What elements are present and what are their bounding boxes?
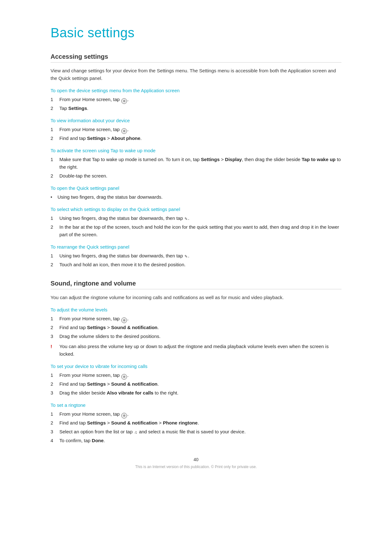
app-icon: ⊕ xyxy=(121,98,127,104)
list-item: 1 Using two fingers, drag the status bar… xyxy=(51,252,341,260)
list-adjust-volume: 1 From your Home screen, tap ⊕. 2 Find a… xyxy=(51,315,341,340)
list-item: 4 To confirm, tap Done. xyxy=(51,437,341,444)
list-item: 1 From your Home screen, tap ⊕. xyxy=(51,96,341,103)
app-icon: ⊕ xyxy=(121,317,127,323)
list-item: 1 From your Home screen, tap ⊕. xyxy=(51,410,341,418)
subheading-rearrange-quick-settings: To rearrange the Quick settings panel xyxy=(51,244,341,250)
list-activate-screen: 1 Make sure that Tap to wake up mode is … xyxy=(51,156,341,180)
list-item: 3 Drag the slider beside Also vibrate fo… xyxy=(51,389,341,397)
app-icon: ⊕ xyxy=(121,128,127,134)
page: Basic settings Accessing settings View a… xyxy=(0,0,392,554)
subheading-activate-screen: To activate the screen using Tap to wake… xyxy=(51,148,341,153)
subheading-open-device-settings: To open the device settings menu from th… xyxy=(51,88,341,93)
list-view-device-info: 1 From your Home screen, tap ⊕. 2 Find a… xyxy=(51,126,341,142)
list-item: 2 In the bar at the top of the screen, t… xyxy=(51,223,341,238)
list-rearrange-quick-settings: 1 Using two fingers, drag the status bar… xyxy=(51,252,341,268)
list-item: 1 From your Home screen, tap ⊕. xyxy=(51,371,341,379)
list-item: 2 Tap Settings. xyxy=(51,105,341,112)
list-item: 1 From your Home screen, tap ⊕. xyxy=(51,126,341,133)
subheading-open-quick-settings: To open the Quick settings panel xyxy=(51,185,341,191)
list-item: 2 Find and tap Settings > About phone. xyxy=(51,135,341,142)
list-item: 2 Double-tap the screen. xyxy=(51,172,341,180)
list-item: 2 Touch and hold an icon, then move it t… xyxy=(51,261,341,268)
list-vibrate-calls: 1 From your Home screen, tap ⊕. 2 Find a… xyxy=(51,371,341,397)
page-title: Basic settings xyxy=(51,25,341,40)
note-item: ! You can also press the volume key up o… xyxy=(51,343,341,358)
music-icon: ♫ xyxy=(134,429,137,436)
section-intro-sound: You can adjust the ringtone volume for i… xyxy=(51,294,341,301)
edit-icon: ✎ xyxy=(184,254,188,260)
subheading-adjust-volume: To adjust the volume levels xyxy=(51,307,341,312)
section-title-sound: Sound, ringtone and volume xyxy=(51,280,341,289)
app-icon: ⊕ xyxy=(121,374,127,380)
edit-icon: ✎ xyxy=(184,216,188,222)
subheading-vibrate-calls: To set your device to vibrate for incomi… xyxy=(51,364,341,369)
list-item: 2 Find and tap Settings > Sound & notifi… xyxy=(51,419,341,427)
note-icon: ! xyxy=(51,343,57,350)
list-item: 1 From your Home screen, tap ⊕. xyxy=(51,315,341,322)
subheading-set-ringtone: To set a ringtone xyxy=(51,402,341,408)
list-item: 2 Find and tap Settings > Sound & notifi… xyxy=(51,380,341,388)
list-set-ringtone: 1 From your Home screen, tap ⊕. 2 Find a… xyxy=(51,410,341,444)
section-accessing-settings: Accessing settings View and change setti… xyxy=(51,53,341,268)
volume-note: ! You can also press the volume key up o… xyxy=(51,343,341,358)
section-sound-ringtone: Sound, ringtone and volume You can adjus… xyxy=(51,280,341,444)
list-item: 3 Select an option from the list or tap … xyxy=(51,428,341,436)
footer-text: This is an Internet version of this publ… xyxy=(51,465,341,469)
list-select-quick-settings: 1 Using two fingers, drag the status bar… xyxy=(51,214,341,238)
list-item: • Using two fingers, drag the status bar… xyxy=(51,193,341,201)
section-title-accessing: Accessing settings xyxy=(51,53,341,63)
list-open-quick-settings: • Using two fingers, drag the status bar… xyxy=(51,193,341,201)
list-item: 2 Find and tap Settings > Sound & notifi… xyxy=(51,324,341,331)
list-item: 1 Using two fingers, drag the status bar… xyxy=(51,214,341,222)
app-icon: ⊕ xyxy=(121,413,127,419)
section-intro-accessing: View and change settings for your device… xyxy=(51,67,341,82)
page-number: 40 xyxy=(51,457,341,462)
list-item: 1 Make sure that Tap to wake up mode is … xyxy=(51,156,341,171)
subheading-select-quick-settings: To select which settings to display on t… xyxy=(51,207,341,212)
list-item: 3 Drag the volume sliders to the desired… xyxy=(51,333,341,340)
list-open-device-settings: 1 From your Home screen, tap ⊕. 2 Tap Se… xyxy=(51,96,341,112)
subheading-view-device-info: To view information about your device xyxy=(51,118,341,123)
